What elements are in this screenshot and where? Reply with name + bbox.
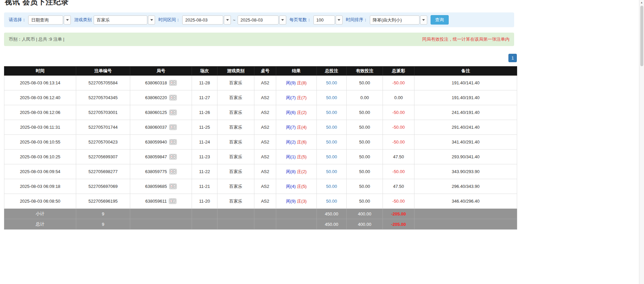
cell-session: 11-21	[192, 179, 217, 194]
date-to-value[interactable]: 2025-08-03	[238, 15, 279, 25]
scrollbar[interactable]: ▲	[639, 0, 644, 284]
total-bet-link[interactable]: 50.00	[326, 199, 337, 204]
cell-session: 11-20	[192, 194, 217, 209]
cell-session: 11-24	[192, 135, 217, 150]
cell-time: 2025-08-03 06:10:55	[4, 135, 76, 150]
cell-game-type: 百家乐	[217, 105, 254, 120]
total-bet-link[interactable]: 50.00	[326, 154, 337, 159]
query-type-value[interactable]: 日期查询	[28, 15, 63, 25]
cards-icon[interactable]	[169, 139, 177, 145]
game-type-select[interactable]: 百家乐	[94, 15, 155, 25]
total-bet-link[interactable]: 50.00	[326, 95, 337, 100]
cards-icon[interactable]	[169, 110, 177, 115]
cell-time: 2025-08-03 06:12:06	[4, 105, 76, 120]
chevron-down-icon[interactable]	[224, 15, 231, 25]
total-bet-link[interactable]: 50.00	[326, 139, 337, 145]
column-header: 结果	[276, 67, 317, 76]
column-header: 桌号	[254, 67, 276, 76]
cell-session: 11-26	[192, 105, 217, 120]
chevron-down-icon[interactable]	[336, 15, 343, 25]
chevron-down-icon[interactable]	[420, 15, 427, 25]
cards-icon[interactable]	[169, 169, 177, 174]
cell-payout: -50.00	[383, 164, 414, 179]
cell-time: 2025-08-03 06:13:14	[4, 76, 76, 90]
summary-total-bet: 450.00	[317, 209, 347, 219]
page-title: 视讯 会员下注纪录	[5, 0, 518, 7]
total-bet-link[interactable]: 50.00	[326, 125, 337, 130]
cell-time: 2025-08-03 06:09:18	[4, 179, 76, 194]
cell-valid-bet: 50.00	[347, 164, 383, 179]
date-from-select[interactable]: 2025-08-03	[182, 15, 231, 25]
cell-round-no: 638059940	[130, 135, 192, 150]
cell-table-no: AS2	[254, 164, 276, 179]
chevron-down-icon[interactable]	[64, 15, 71, 25]
sort-value[interactable]: 降幂(由大到小)	[370, 15, 419, 25]
cell-valid-bet: 50.00	[347, 105, 383, 120]
summary-row: 小计9450.00400.00-205.00	[4, 209, 517, 219]
cell-valid-bet: 50.00	[347, 150, 383, 164]
cell-valid-bet: 50.00	[347, 194, 383, 209]
cards-icon[interactable]	[169, 95, 177, 100]
cards-icon[interactable]	[169, 154, 177, 160]
game-type-value[interactable]: 百家乐	[94, 15, 147, 25]
total-bet-link[interactable]: 50.00	[326, 110, 337, 115]
summary-bar: 币别：人民币 | 总共 :9 注单 | 同局有效投注，统一计算在该局第一张注单内	[4, 33, 514, 46]
total-bet-link[interactable]: 50.00	[326, 184, 337, 189]
filter-bar: 请选择： 日期查询 游戏类别 百家乐 时间区间： 2025-08-03 ~ 20…	[4, 12, 514, 27]
pagination: 1	[4, 54, 517, 62]
query-type-select[interactable]: 日期查询	[28, 15, 71, 25]
cell-result: 闲(9) 庄(3)	[276, 194, 317, 209]
date-from-value[interactable]: 2025-08-03	[182, 15, 223, 25]
cell-round-no: 638060318	[130, 76, 192, 90]
scroll-up-icon[interactable]: ▲	[639, 0, 644, 5]
cell-time: 2025-08-03 06:08:50	[4, 194, 76, 209]
cell-time: 2025-08-03 06:12:40	[4, 90, 76, 105]
cell-session: 11-28	[192, 76, 217, 90]
result-banker: 庄(5)	[297, 154, 307, 159]
cards-icon[interactable]	[169, 198, 177, 204]
cell-payout: -50.00	[383, 194, 414, 209]
date-to-select[interactable]: 2025-08-03	[238, 15, 286, 25]
chevron-down-icon[interactable]	[148, 15, 155, 25]
cell-result: 闲(7) 庄(7)	[276, 90, 317, 105]
scrollbar-thumb[interactable]	[640, 6, 643, 66]
result-banker: 庄(8)	[297, 80, 307, 85]
result-player: 闲(2)	[286, 139, 296, 145]
cell-bet-id: 522705698277	[76, 164, 130, 179]
cell-table-no: AS2	[254, 135, 276, 150]
cell-total-bet: 50.00	[317, 135, 347, 150]
column-header: 注单编号	[76, 67, 130, 76]
per-page-value[interactable]: 100	[313, 15, 335, 25]
cell-bet-id: 522705701744	[76, 120, 130, 135]
per-page-select[interactable]: 100	[313, 15, 343, 25]
cell-valid-bet: 50.00	[347, 135, 383, 150]
cards-icon[interactable]	[169, 80, 177, 86]
chevron-down-icon[interactable]	[279, 15, 286, 25]
cell-game-type: 百家乐	[217, 76, 254, 90]
cell-note: 191.40/191.40	[414, 90, 517, 105]
cell-table-no: AS2	[254, 90, 276, 105]
bet-record-row: 2025-08-03 06:13:14522705705584638060318…	[4, 76, 517, 90]
result-player: 闲(4)	[286, 184, 296, 189]
bet-record-row: 2025-08-03 06:08:50522705696195638059611…	[4, 194, 517, 209]
cell-time: 2025-08-03 06:11:31	[4, 120, 76, 135]
bet-record-row: 2025-08-03 06:12:06522705703001638060125…	[4, 105, 517, 120]
page-container: 视讯 会员下注纪录 请选择： 日期查询 游戏类别 百家乐 时间区间： 2025-…	[0, 0, 518, 230]
sort-select[interactable]: 降幂(由大到小)	[370, 15, 427, 25]
cell-valid-bet: 50.00	[347, 179, 383, 194]
total-bet-link[interactable]: 50.00	[326, 169, 337, 174]
cell-payout: -50.00	[383, 120, 414, 135]
cell-total-bet: 50.00	[317, 90, 347, 105]
search-button[interactable]: 查询	[431, 15, 449, 25]
cell-table-no: AS2	[254, 76, 276, 90]
page-1-button[interactable]: 1	[508, 54, 517, 62]
total-bet-link[interactable]: 50.00	[326, 80, 337, 85]
cell-note: 291.40/241.40	[414, 120, 517, 135]
cell-time: 2025-08-03 06:09:54	[4, 164, 76, 179]
cell-session: 11-25	[192, 120, 217, 135]
column-header: 场次	[192, 67, 217, 76]
cards-icon[interactable]	[169, 184, 177, 189]
cell-note: 343.90/293.90	[414, 164, 517, 179]
cell-total-bet: 50.00	[317, 105, 347, 120]
cards-icon[interactable]	[169, 124, 177, 130]
